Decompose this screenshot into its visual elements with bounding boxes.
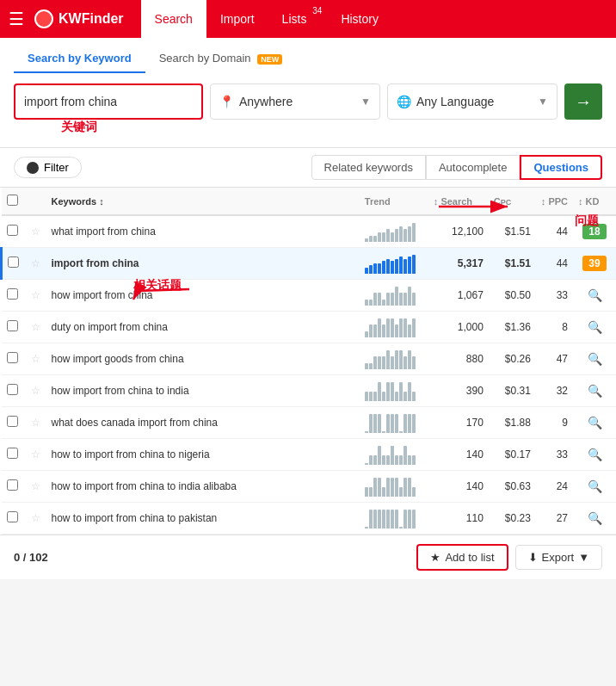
- kd-badge: 39: [582, 256, 607, 271]
- kd-search-icon[interactable]: 🔍: [588, 288, 602, 302]
- language-icon: 🌐: [397, 95, 411, 108]
- favorite-icon[interactable]: ☆: [31, 448, 40, 460]
- tab-search-domain[interactable]: Search by Domain NEW: [145, 45, 297, 73]
- location-text: Anywhere: [239, 95, 355, 108]
- th-star: [26, 188, 46, 215]
- trend-cell: [360, 407, 428, 439]
- kd-cell: 🔍: [573, 312, 616, 343]
- kd-badge: 18: [582, 224, 607, 239]
- kd-search-icon[interactable]: 🔍: [588, 320, 602, 334]
- kd-cell: 🔍: [573, 343, 616, 375]
- favorite-icon[interactable]: ☆: [31, 480, 40, 492]
- row-checkbox[interactable]: [8, 256, 19, 268]
- result-count: 0 / 102: [14, 551, 48, 564]
- th-trend[interactable]: Trend: [360, 188, 428, 215]
- row-checkbox[interactable]: [7, 288, 18, 300]
- favorite-icon[interactable]: ☆: [31, 289, 40, 301]
- row-checkbox[interactable]: [7, 511, 18, 522]
- keyword-cell: how to import from china to pakistan: [46, 503, 360, 535]
- tab-search-keyword[interactable]: Search by Keyword: [14, 45, 145, 73]
- row-checkbox[interactable]: [7, 384, 18, 395]
- kd-cell: 🔍: [573, 471, 616, 503]
- kd-cell: 🔍: [573, 439, 616, 471]
- trend-cell: [360, 343, 428, 375]
- keyword-input[interactable]: [24, 95, 193, 108]
- table-row: ☆how to import from china to pakistan110…: [2, 503, 617, 535]
- language-selector[interactable]: 🌐 Any Language ▼: [387, 83, 557, 120]
- kd-search-icon[interactable]: 🔍: [588, 448, 602, 461]
- favorite-icon[interactable]: ☆: [31, 321, 40, 333]
- results-table-wrap: Keywords ↕ Trend ↕ Search CPC ↕ PPC: [0, 188, 616, 535]
- related-keywords-btn[interactable]: Related keywords: [311, 155, 426, 180]
- search-volume-cell: 170: [428, 407, 489, 439]
- table-row: ☆how to import from china to india aliba…: [2, 471, 617, 503]
- trend-cell: [360, 248, 428, 280]
- th-keywords[interactable]: Keywords ↕: [46, 188, 360, 215]
- logo-dot: [34, 9, 53, 28]
- table-row: ☆what import from china12,100$1.514418: [2, 215, 617, 248]
- row-checkbox[interactable]: [7, 352, 18, 363]
- search-volume-cell: 5,317: [428, 248, 489, 280]
- trend-cell: [360, 280, 428, 312]
- nav-lists[interactable]: Lists 34: [268, 0, 328, 38]
- favorite-icon[interactable]: ☆: [31, 385, 40, 397]
- table-row: ☆how to import from china to nigeria140$…: [2, 439, 617, 471]
- row-checkbox[interactable]: [7, 225, 18, 236]
- ppc-cell: 27: [536, 503, 573, 535]
- favorite-icon[interactable]: ☆: [31, 257, 40, 269]
- search-volume-cell: 1,067: [428, 280, 489, 312]
- ppc-cell: 32: [536, 375, 573, 407]
- keyword-input-wrap[interactable]: [14, 83, 203, 120]
- row-checkbox[interactable]: [7, 479, 18, 491]
- keyword-cell: how to import from china to nigeria: [46, 439, 360, 471]
- location-selector[interactable]: 📍 Anywhere ▼: [210, 83, 380, 120]
- search-button[interactable]: →: [564, 83, 602, 120]
- kd-cell: 🔍: [573, 503, 616, 535]
- keyword-cell: how import from china to india: [46, 375, 360, 407]
- th-kd[interactable]: ↕ KD: [573, 188, 616, 215]
- ppc-cell: 33: [536, 439, 573, 471]
- select-all-checkbox[interactable]: [7, 195, 18, 206]
- table-row: ☆how import from china to india390$0.313…: [2, 375, 617, 407]
- favorite-icon[interactable]: ☆: [31, 512, 40, 524]
- row-checkbox[interactable]: [7, 320, 18, 331]
- th-search[interactable]: ↕ Search: [428, 188, 489, 215]
- logo: KWFinder: [34, 9, 124, 28]
- new-badge: NEW: [257, 54, 282, 65]
- row-checkbox[interactable]: [7, 416, 18, 427]
- results-table: Keywords ↕ Trend ↕ Search CPC ↕ PPC: [0, 188, 616, 535]
- filter-row: Filter Related keywords Autocomplete Que…: [0, 148, 616, 188]
- kd-cell: 🔍: [573, 407, 616, 439]
- kd-search-icon[interactable]: 🔍: [588, 511, 602, 525]
- language-dropdown-arrow: ▼: [538, 96, 548, 108]
- nav-import[interactable]: Import: [206, 0, 268, 38]
- ppc-cell: 9: [536, 407, 573, 439]
- kd-cell: 18: [573, 215, 616, 248]
- add-to-list-button[interactable]: ★ Add to list: [416, 544, 508, 571]
- th-ppc[interactable]: ↕ PPC: [536, 188, 573, 215]
- th-cpc[interactable]: CPC: [489, 188, 536, 215]
- keyword-cell: duty on import from china: [46, 312, 360, 343]
- kd-search-icon[interactable]: 🔍: [588, 416, 602, 430]
- keyword-cell: how import goods from china: [46, 343, 360, 375]
- hamburger-icon[interactable]: ☰: [9, 9, 24, 29]
- autocomplete-btn[interactable]: Autocomplete: [426, 155, 521, 180]
- export-button[interactable]: ⬇ Export ▼: [515, 545, 602, 570]
- trend-cell: [360, 312, 428, 343]
- search-volume-cell: 140: [428, 471, 489, 503]
- favorite-icon[interactable]: ☆: [31, 417, 40, 429]
- trend-cell: [360, 215, 428, 248]
- favorite-icon[interactable]: ☆: [31, 353, 40, 365]
- nav-history[interactable]: History: [327, 0, 392, 38]
- search-area: Search by Keyword Search by Domain NEW 📍…: [0, 38, 616, 148]
- kd-search-icon[interactable]: 🔍: [588, 479, 602, 493]
- favorite-icon[interactable]: ☆: [31, 226, 40, 238]
- kd-search-icon[interactable]: 🔍: [588, 352, 602, 366]
- nav-items: Search Import Lists 34 History: [141, 0, 392, 38]
- nav-search[interactable]: Search: [141, 0, 206, 38]
- filter-button[interactable]: Filter: [14, 157, 82, 178]
- kd-search-icon[interactable]: 🔍: [588, 384, 602, 398]
- export-dropdown-arrow: ▼: [578, 551, 589, 564]
- row-checkbox[interactable]: [7, 448, 18, 459]
- questions-btn[interactable]: Questions: [520, 155, 602, 180]
